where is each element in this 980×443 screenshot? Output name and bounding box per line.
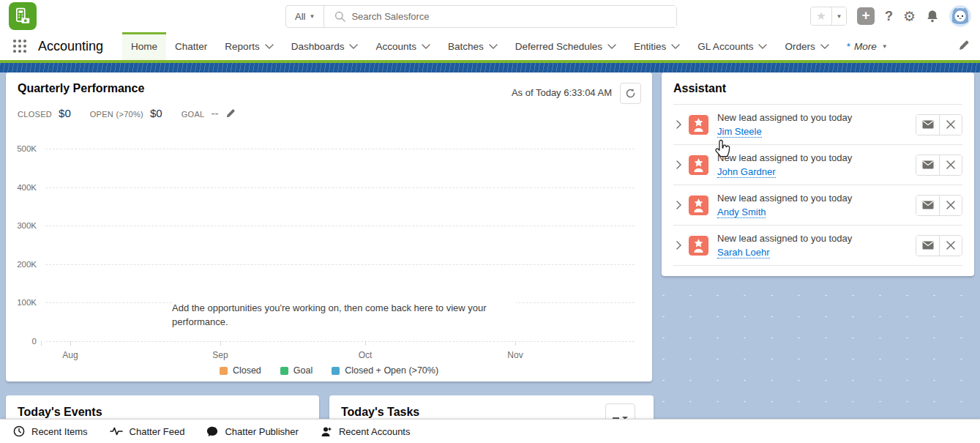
dismiss-button[interactable] <box>939 155 962 175</box>
utility-item-recent-items[interactable]: Recent Items <box>13 425 88 437</box>
tab-label: Accounts <box>375 41 416 52</box>
assistant-message: New lead assigned to you today <box>717 152 916 163</box>
refresh-button[interactable] <box>620 83 641 104</box>
email-button[interactable] <box>916 236 939 256</box>
favorite-star-icon[interactable]: ★ <box>811 7 831 25</box>
chevron-down-icon <box>349 44 358 49</box>
email-icon <box>922 120 934 129</box>
utility-item-recent-accounts[interactable]: Recent Accounts <box>321 426 411 437</box>
tab-reports[interactable]: Reports <box>216 32 282 60</box>
tab-dashboards[interactable]: Dashboards <box>283 32 367 60</box>
item-actions <box>916 235 962 256</box>
tab-accounts[interactable]: Accounts <box>367 32 439 60</box>
assistant-message: New lead assigned to you today <box>717 193 916 204</box>
global-actions-plus-icon[interactable]: + <box>857 7 875 25</box>
stat-label: OPEN (>70%) <box>90 110 143 119</box>
dismiss-button[interactable] <box>939 115 962 135</box>
utility-item-chatter-publisher[interactable]: Chatter Publisher <box>206 426 298 437</box>
tab-label: Home <box>131 41 157 52</box>
email-button[interactable] <box>916 155 939 175</box>
utility-bar: Recent ItemsChatter FeedChatter Publishe… <box>0 419 980 443</box>
tab-batches[interactable]: Batches <box>439 32 506 60</box>
chevron-down-icon <box>265 44 274 49</box>
dismiss-button[interactable] <box>939 236 962 256</box>
x-axis-label: Sep <box>212 350 228 360</box>
assistant-card: Assistant New lead assigned to you today… <box>662 72 974 276</box>
lead-name-link[interactable]: Jim Steele <box>717 126 762 138</box>
tab-deferred-schedules[interactable]: Deferred Schedules <box>506 32 625 60</box>
expand-chevron-right[interactable] <box>676 241 681 250</box>
legend-item: Closed <box>220 365 261 376</box>
gear-icon[interactable]: ⚙ <box>903 8 916 25</box>
y-axis-label: 300K <box>6 221 37 230</box>
gridline <box>45 149 635 149</box>
lead-icon <box>689 155 708 175</box>
email-button[interactable] <box>916 196 939 215</box>
assistant-item: New lead assigned to you todayAndy Smith <box>673 185 962 226</box>
app-launcher-waffle-icon[interactable] <box>12 38 28 54</box>
stat-value: $0 <box>59 107 71 119</box>
tab-more[interactable]: *More▼ <box>838 32 897 60</box>
edit-goal-pencil-icon[interactable] <box>225 108 236 119</box>
email-button[interactable] <box>916 115 939 135</box>
chevron-down-icon <box>820 44 829 49</box>
tab-label: Dashboards <box>291 41 345 52</box>
item-actions <box>916 195 962 216</box>
tab-orders[interactable]: Orders <box>776 32 837 60</box>
gridline <box>45 264 635 265</box>
dismiss-button[interactable] <box>939 196 962 215</box>
as-of-timestamp: As of Today 6:33:04 AM <box>512 87 612 98</box>
utility-item-label: Chatter Feed <box>130 426 185 437</box>
global-search: All ▼ <box>285 5 677 28</box>
close-icon <box>946 201 955 209</box>
lead-icon <box>689 115 708 135</box>
y-axis-label: 400K <box>6 183 37 192</box>
legend-item: Closed + Open (>70%) <box>332 365 438 376</box>
tab-gl-accounts[interactable]: GL Accounts <box>689 32 776 60</box>
app-logo[interactable] <box>9 2 37 30</box>
caret-down-icon: ▼ <box>309 13 315 20</box>
chevron-down-icon <box>758 44 767 49</box>
refresh-icon <box>625 88 636 99</box>
search-scope-dropdown[interactable]: All ▼ <box>286 6 324 27</box>
favorites-dropdown[interactable]: ▼ <box>831 7 846 25</box>
card-title: Quarterly Performance <box>18 82 144 95</box>
tab-chatter[interactable]: Chatter <box>166 32 216 60</box>
tab-label: GL Accounts <box>697 41 753 52</box>
edit-nav-pencil-icon[interactable] <box>958 40 970 54</box>
avatar[interactable] <box>949 5 971 27</box>
email-icon <box>922 241 934 250</box>
app-name: Accounting <box>38 39 103 54</box>
help-icon[interactable]: ? <box>885 9 893 24</box>
legend-swatch <box>220 367 228 375</box>
lead-name-link[interactable]: Sarah Loehr <box>717 247 770 258</box>
salesforce-home-page: All ▼ ★ ▼ + ? ⚙ <box>0 0 980 443</box>
chevron-down-icon <box>422 44 430 49</box>
expand-chevron-right[interactable] <box>676 160 681 169</box>
y-axis-label: 500K <box>6 144 37 153</box>
tab-home[interactable]: Home <box>122 32 166 60</box>
expand-chevron-right[interactable] <box>676 201 681 209</box>
axis-tick <box>41 341 42 346</box>
lead-icon <box>689 196 708 215</box>
lead-name-link[interactable]: Andy Smith <box>717 206 766 218</box>
chevron-right-icon <box>676 120 681 129</box>
global-header: All ▼ ★ ▼ + ? ⚙ <box>0 0 980 32</box>
assistant-title: Assistant <box>662 72 974 104</box>
pulse-icon <box>110 426 123 436</box>
lead-name-link[interactable]: John Gardner <box>717 166 776 178</box>
utility-item-chatter-feed[interactable]: Chatter Feed <box>110 426 185 437</box>
search-input[interactable] <box>351 6 676 27</box>
chart-empty-message: Add the opportunities you're working on,… <box>172 299 516 330</box>
gridline <box>45 226 635 226</box>
performance-stats: CLOSED $0 OPEN (>70%) $0 GOAL -- <box>18 107 246 119</box>
clock-icon <box>13 425 25 437</box>
expand-chevron-right[interactable] <box>676 120 681 129</box>
tab-entities[interactable]: Entities <box>625 32 689 60</box>
tab-label: Entities <box>634 41 666 52</box>
legend-swatch <box>280 367 288 375</box>
assistant-item: New lead assigned to you todayJohn Gardn… <box>673 145 962 185</box>
tab-label: Reports <box>225 41 259 52</box>
bell-icon[interactable] <box>926 10 939 23</box>
chevron-right-icon <box>676 160 681 169</box>
